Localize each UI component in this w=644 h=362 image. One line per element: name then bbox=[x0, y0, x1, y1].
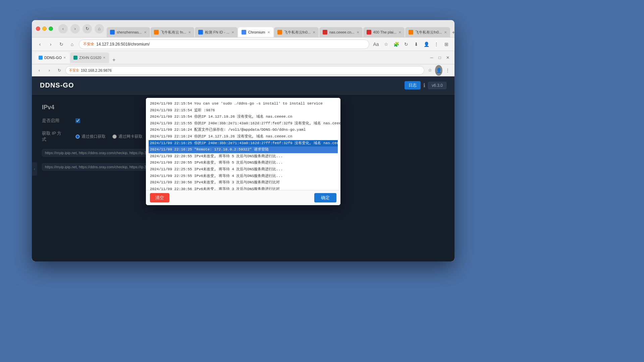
inner-url-text: 192.168.2.26:9876 bbox=[81, 68, 112, 72]
reader-mode-icon[interactable]: Aa bbox=[372, 40, 380, 48]
ddns-header: DDNS-GO 日志 ℹ v6.3.0 bbox=[32, 76, 454, 95]
inner-url-bar[interactable]: 不安全 192.168.2.26:9876 bbox=[65, 66, 424, 75]
outer-url-bar[interactable]: 不安全 14.127.19.26:5018/chromium/ bbox=[79, 40, 369, 49]
tab-label: 检测 FN ID - ... bbox=[205, 30, 229, 35]
tab-favicon bbox=[323, 30, 327, 35]
sidebar-toggle-icon[interactable]: ⊞ bbox=[442, 40, 450, 48]
bookmark-icon[interactable]: ☆ bbox=[382, 40, 390, 48]
refresh-button[interactable]: ↻ bbox=[83, 24, 92, 34]
inner-titlebar: DDNS-GO ✕ ZXHN G1620 ✕ + ─ □ ✕ bbox=[32, 51, 454, 64]
dialog-overlay: 2024/11/09 22:15:54 You can use 'sudo ./… bbox=[32, 95, 454, 261]
tab-favicon bbox=[241, 30, 246, 35]
tab-close-icon[interactable]: ✕ bbox=[444, 31, 447, 34]
inner-tab-close-ddns[interactable]: ✕ bbox=[63, 56, 66, 59]
url-text: 14.127.19.26:5018/chromium/ bbox=[96, 42, 150, 47]
forward-button[interactable]: › bbox=[70, 24, 80, 34]
home-button[interactable]: ⌂ bbox=[95, 24, 104, 34]
clear-button[interactable]: 清空 bbox=[150, 193, 169, 202]
tab-favicon bbox=[110, 30, 115, 35]
outer-tab-4-chromium[interactable]: Chromium ✕ bbox=[238, 27, 273, 37]
traffic-lights bbox=[36, 26, 53, 31]
tab-label: Chromium bbox=[248, 30, 265, 34]
log-content[interactable]: 2024/11/09 22:15:54 You can use 'sudo ./… bbox=[146, 98, 340, 190]
inner-new-tab-button[interactable]: + bbox=[110, 57, 118, 63]
log-button[interactable]: 日志 bbox=[405, 81, 421, 89]
inner-tab-zte[interactable]: ZXHN G1620 ✕ bbox=[70, 52, 109, 63]
download-icon[interactable]: ⬇ bbox=[412, 40, 420, 48]
new-tab-button[interactable]: + bbox=[452, 28, 454, 37]
user-avatar: 👤 bbox=[435, 65, 442, 76]
tab-close-icon[interactable]: ✕ bbox=[188, 31, 191, 34]
outer-tab-8[interactable]: 飞牛私有云fn0... ✕ bbox=[405, 27, 450, 37]
tab-label: 400 The plai... bbox=[373, 30, 397, 34]
outer-tab-7[interactable]: 400 The plai... ✕ bbox=[363, 27, 405, 37]
inner-tab-ddns[interactable]: DDNS-GO ✕ bbox=[35, 52, 69, 63]
inner-tab-label-ddns: DDNS-GO bbox=[44, 56, 62, 60]
outer-tab-6[interactable]: nas.ceeee.cn... ✕ bbox=[319, 27, 363, 37]
log-line: 2024/11/09 22:15:55 你的IP 240e:3bb:2e71:4… bbox=[149, 120, 338, 127]
log-line: 2024/11/09 22:15:54 你的IP 14.127.19.26 没有… bbox=[149, 114, 338, 120]
inner-tab-close-zte[interactable]: ✕ bbox=[103, 56, 106, 59]
inner-address-icons: ☆ 👤 ⋮ bbox=[426, 67, 451, 74]
inner-back-button[interactable]: ‹ bbox=[35, 66, 43, 74]
tab-label: 飞牛私有云 fn... bbox=[161, 30, 186, 35]
tab-favicon bbox=[277, 30, 282, 35]
confirm-button[interactable]: 确定 bbox=[314, 193, 336, 202]
ddns-main-content: IPv4 是否启用 获取 IP 方式 通过接口获取 bbox=[32, 95, 454, 261]
inner-forward-button[interactable]: › bbox=[45, 66, 53, 74]
tab-close-icon[interactable]: ✕ bbox=[144, 31, 147, 34]
outer-tab-5[interactable]: 飞牛私有云fn0... ✕ bbox=[274, 27, 319, 37]
back-button[interactable]: ‹ bbox=[58, 24, 68, 34]
tab-close-icon[interactable]: ✕ bbox=[357, 31, 359, 34]
close-window-button[interactable] bbox=[36, 26, 40, 31]
settings-icon[interactable]: ⋮ bbox=[432, 40, 440, 48]
outer-home-icon[interactable]: ⌂ bbox=[68, 40, 76, 48]
outer-tab-1[interactable]: shenzhennas... ✕ bbox=[107, 27, 150, 37]
tab-close-icon[interactable]: ✕ bbox=[398, 31, 401, 34]
inner-tab-label-zte: ZXHN G1620 bbox=[79, 56, 101, 60]
log-line: 2024/11/09 22:16:25 你的IP 240e:3bb:2e71:4… bbox=[149, 140, 338, 147]
info-icon[interactable]: ℹ bbox=[423, 82, 425, 88]
inner-close-button[interactable]: ✕ bbox=[444, 54, 451, 61]
minimize-window-button[interactable] bbox=[42, 26, 47, 31]
log-line: 2024/11/09 22:25:55 IPv4未改变, 将等待 4 次后与DN… bbox=[149, 166, 338, 173]
outer-tab-3[interactable]: 检测 FN ID - ... ✕ bbox=[195, 27, 237, 37]
outer-forward-icon[interactable]: › bbox=[47, 40, 55, 48]
inner-user-icon[interactable]: 👤 bbox=[435, 67, 442, 74]
address-bar-icons: Aa ☆ 🧩 ↻ ⬇ 👤 ⋮ ⊞ bbox=[372, 40, 450, 48]
inner-refresh-button[interactable]: ↻ bbox=[55, 66, 63, 74]
extension-icon[interactable]: 🧩 bbox=[392, 40, 400, 48]
insecure-label: 不安全 bbox=[83, 42, 94, 47]
tab-close-icon[interactable]: ✕ bbox=[313, 31, 315, 34]
inner-bookmark-icon[interactable]: ☆ bbox=[426, 67, 434, 74]
tab-favicon bbox=[409, 30, 413, 35]
outer-browser: ‹ › ↻ ⌂ shenzhennas... ✕ 飞牛私有云 fn... ✕ 检… bbox=[32, 20, 454, 261]
tab-close-icon[interactable]: ✕ bbox=[267, 31, 270, 34]
log-line: 2024/11/09 22:20:55 IPv6未改变, 将等待 5 次后与DN… bbox=[149, 160, 338, 166]
refresh-icon2[interactable]: ↻ bbox=[402, 40, 410, 48]
profile-icon[interactable]: 👤 bbox=[422, 40, 430, 48]
ddns-header-right: 日志 ℹ v6.3.0 bbox=[405, 81, 446, 89]
log-line: 2024/11/09 22:16:25 "Remote: 172.18.0.2:… bbox=[149, 146, 338, 153]
tab-label: nas.ceeee.cn... bbox=[329, 30, 355, 34]
inner-minimize-button[interactable]: ─ bbox=[428, 54, 435, 61]
inner-insecure-label: 不安全 bbox=[69, 68, 79, 73]
inner-address-bar: ‹ › ↻ 不安全 192.168.2.26:9876 ☆ 👤 ⋮ bbox=[32, 64, 454, 76]
tab-close-icon[interactable]: ✕ bbox=[231, 31, 234, 34]
log-line: 2024/11/09 22:25:55 IPv6未改变, 将等待 4 次后与DN… bbox=[149, 173, 338, 180]
browser-content-area: DDNS-GO ✕ ZXHN G1620 ✕ + ─ □ ✕ bbox=[32, 51, 454, 261]
log-line: 2024/11/09 22:20:55 IPv4未改变, 将等待 5 次后与DN… bbox=[149, 153, 338, 160]
outer-tab-2[interactable]: 飞牛私有云 fn... ✕ bbox=[151, 27, 194, 37]
ddns-app: DDNS-GO 日志 ℹ v6.3.0 ‹ IPv4 是否启用 bbox=[32, 76, 454, 261]
outer-back-icon[interactable]: ‹ bbox=[36, 40, 44, 48]
log-line: 2024/11/09 22:30:56 IPv4未改变, 将等待 3 次后与DN… bbox=[149, 179, 338, 186]
tab-favicon bbox=[154, 30, 159, 35]
inner-restore-button[interactable]: □ bbox=[436, 54, 443, 61]
inner-menu-icon[interactable]: ⋮ bbox=[444, 67, 451, 74]
tab-label: shenzhennas... bbox=[117, 30, 142, 34]
log-line: 2024/11/09 22:15:54 监听 :9876 bbox=[149, 107, 338, 114]
outer-refresh-icon[interactable]: ↻ bbox=[57, 40, 65, 48]
maximize-window-button[interactable] bbox=[49, 26, 53, 31]
inner-browser: DDNS-GO ✕ ZXHN G1620 ✕ + ─ □ ✕ bbox=[32, 51, 454, 261]
inner-tab-strip: DDNS-GO ✕ ZXHN G1620 ✕ + bbox=[35, 52, 426, 63]
